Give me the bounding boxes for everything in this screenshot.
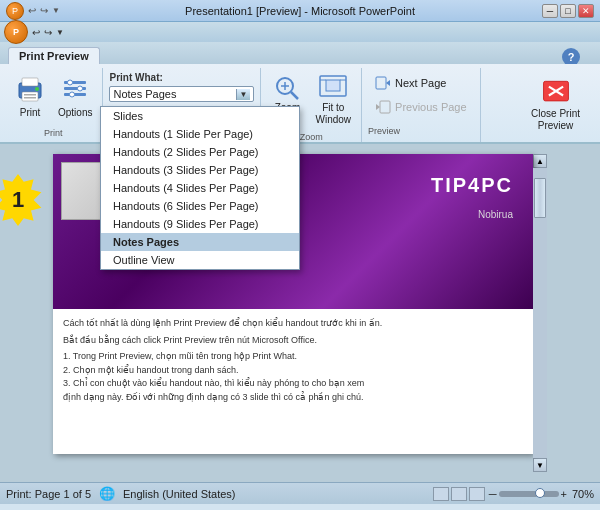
svg-rect-23 — [376, 77, 386, 89]
options-button[interactable]: Options — [54, 72, 96, 120]
svg-point-11 — [70, 92, 75, 97]
options-button-label: Options — [58, 107, 92, 118]
dropdown-arrow[interactable]: ▼ — [236, 89, 251, 100]
vertical-scrollbar: ▲ ▼ — [533, 154, 547, 472]
svg-rect-2 — [22, 92, 38, 101]
quick-access-dropdown[interactable]: ▼ — [56, 28, 64, 37]
view-slide-show-btn[interactable] — [451, 487, 467, 501]
print-what-label: Print What: — [109, 72, 254, 83]
page-info: Print: Page 1 of 5 — [6, 488, 91, 500]
print-icon — [14, 74, 46, 106]
next-page-button[interactable]: Next Page — [368, 72, 453, 94]
close-preview-label: Close PrintPreview — [531, 108, 580, 132]
close-preview-icon — [540, 76, 572, 108]
quick-undo[interactable]: ↩ — [28, 5, 36, 16]
scroll-down-button[interactable]: ▼ — [533, 458, 547, 472]
language-info: English (United States) — [123, 488, 236, 500]
close-button[interactable]: ✕ — [578, 4, 594, 18]
close-print-preview-button[interactable]: Close PrintPreview — [523, 72, 588, 136]
dropdown-item-notes[interactable]: Notes Pages — [101, 233, 299, 251]
notes-text-6: định dạng này. Đối với những định dạng c… — [63, 391, 523, 405]
dropdown-item-handouts4[interactable]: Handouts (4 Slides Per Page) — [101, 179, 299, 197]
status-right: ─ + 70% — [433, 487, 594, 501]
ribbon-group-navigation: Next Page Previous Page Preview — [362, 68, 481, 142]
svg-marker-26 — [376, 104, 380, 110]
svg-rect-25 — [380, 101, 390, 113]
svg-line-16 — [291, 92, 298, 99]
status-icon: 🌐 — [99, 486, 115, 501]
undo-button[interactable]: ↩ — [32, 27, 40, 38]
quick-access-bar: P ↩ ↪ ▼ — [0, 22, 600, 42]
title-bar: P ↩ ↪ ▼ Presentation1 [Preview] - Micros… — [0, 0, 600, 22]
next-page-label: Next Page — [395, 77, 446, 89]
quick-redo[interactable]: ↪ — [40, 5, 48, 16]
notes-text-1: Cách tốt nhất là dùng lệnh Print Preview… — [63, 317, 523, 331]
view-buttons — [433, 487, 485, 501]
print-what-dropdown-menu: Slides Handouts (1 Slide Per Page) Hando… — [100, 106, 300, 270]
svg-point-5 — [35, 87, 39, 91]
print-group-label: Print — [44, 128, 63, 140]
status-bar: Print: Page 1 of 5 🌐 English (United Sta… — [0, 482, 600, 504]
maximize-button[interactable]: □ — [560, 4, 576, 18]
svg-rect-3 — [24, 94, 36, 96]
dropdown-item-handouts2[interactable]: Handouts (2 Slides Per Page) — [101, 143, 299, 161]
view-reading-btn[interactable] — [469, 487, 485, 501]
svg-marker-24 — [386, 80, 390, 86]
redo-button[interactable]: ↪ — [44, 27, 52, 38]
svg-rect-4 — [24, 97, 36, 99]
dropdown-item-slides[interactable]: Slides — [101, 107, 299, 125]
nav-group-label: Preview — [368, 126, 400, 138]
minimize-button[interactable]: ─ — [542, 4, 558, 18]
office-button[interactable]: P — [4, 20, 28, 44]
dropdown-item-handouts3[interactable]: Handouts (3 Slides Per Page) — [101, 161, 299, 179]
ribbon: Print Options Print Pri — [0, 64, 600, 144]
dropdown-item-handouts1[interactable]: Handouts (1 Slide Per Page) — [101, 125, 299, 143]
print-what-value: Notes Pages — [113, 88, 235, 100]
svg-point-9 — [68, 80, 73, 85]
ribbon-tabs: Print Preview ? — [0, 42, 600, 64]
ribbon-group-close: Close PrintPreview — [515, 68, 596, 142]
ribbon-group-print: Print Options Print — [4, 68, 103, 142]
dropdown-item-handouts6[interactable]: Handouts (6 Slides Per Page) — [101, 197, 299, 215]
main-area: 1 TIP4PC Nobirua Cách tốt nhất là dùng l… — [0, 144, 600, 482]
previous-page-button[interactable]: Previous Page — [368, 96, 474, 118]
zoom-group-label: Zoom — [300, 132, 323, 144]
title-bar-left: P ↩ ↪ ▼ — [6, 2, 60, 20]
scroll-track[interactable] — [533, 168, 547, 458]
svg-point-10 — [78, 86, 83, 91]
options-icon — [59, 74, 91, 106]
zoom-slider-thumb[interactable] — [535, 488, 545, 498]
notes-text-5: 3. Chỉ con chuột vào kiểu handout nào, t… — [63, 377, 523, 391]
print-button-label: Print — [20, 107, 41, 118]
slide-title: TIP4PC — [431, 174, 513, 197]
quick-customize[interactable]: ▼ — [52, 6, 60, 15]
print-what-dropdown[interactable]: Notes Pages ▼ — [109, 86, 254, 102]
previous-page-icon — [375, 99, 391, 115]
svg-rect-1 — [22, 78, 38, 86]
view-normal-btn[interactable] — [433, 487, 449, 501]
slide-subtitle: Nobirua — [478, 209, 513, 220]
page-number-badge: 1 — [0, 174, 44, 226]
fit-to-window-label: Fit toWindow — [315, 102, 351, 126]
zoom-out-btn[interactable]: ─ — [489, 488, 497, 500]
office-orb[interactable]: P — [6, 2, 24, 20]
print-button[interactable]: Print — [10, 72, 50, 120]
fit-to-window-icon — [317, 74, 349, 102]
tab-print-preview[interactable]: Print Preview — [8, 47, 100, 64]
zoom-bar: ─ + 70% — [489, 488, 594, 500]
notes-text-2: Bắt đầu bằng cách click Print Preview tr… — [63, 334, 523, 348]
fit-to-window-button[interactable]: Fit toWindow — [311, 72, 355, 128]
scroll-thumb[interactable] — [534, 178, 546, 218]
dropdown-item-outline[interactable]: Outline View — [101, 251, 299, 269]
dropdown-item-handouts9[interactable]: Handouts (9 Slides Per Page) — [101, 215, 299, 233]
scroll-up-button[interactable]: ▲ — [533, 154, 547, 168]
window-controls: ─ □ ✕ — [542, 4, 594, 18]
notes-text-3: 1. Trong Print Preview, chọn mũi tên tro… — [63, 350, 523, 364]
zoom-icon — [271, 74, 303, 102]
preview-area: 1 TIP4PC Nobirua Cách tốt nhất là dùng l… — [0, 144, 600, 482]
window-title: Presentation1 [Preview] - Microsoft Powe… — [185, 5, 415, 17]
zoom-in-btn[interactable]: + — [561, 488, 567, 500]
zoom-level: 70% — [572, 488, 594, 500]
next-page-icon — [375, 75, 391, 91]
zoom-slider[interactable] — [499, 491, 559, 497]
